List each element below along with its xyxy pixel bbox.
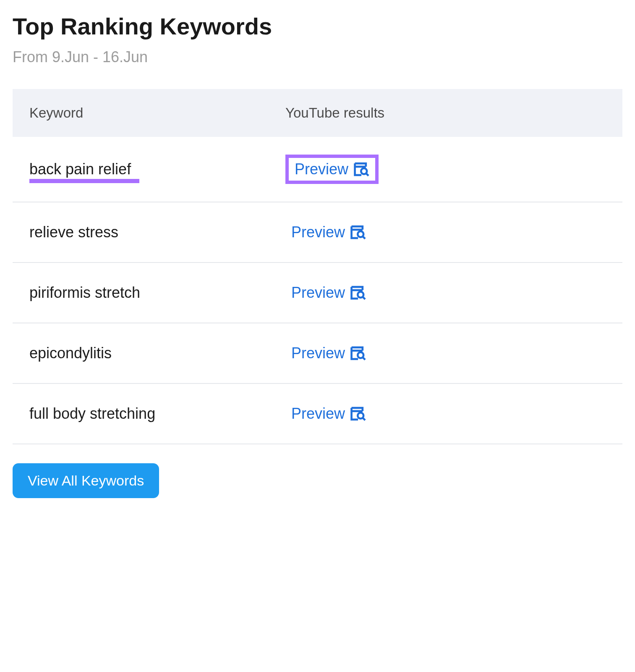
header-results: YouTube results (285, 105, 606, 121)
table-row: relieve stressPreview (13, 202, 622, 263)
svg-point-2 (358, 231, 363, 237)
preview-label: Preview (291, 405, 345, 423)
preview-link[interactable]: Preview (285, 341, 372, 365)
keyword-cell: piriformis stretch (29, 284, 285, 302)
preview-search-icon (350, 286, 366, 300)
preview-label: Preview (291, 284, 345, 302)
preview-link[interactable]: Preview (285, 402, 372, 426)
table-row: full body stretchingPreview (13, 384, 622, 444)
svg-point-0 (361, 168, 367, 174)
preview-link[interactable]: Preview (285, 220, 372, 244)
page-title: Top Ranking Keywords (13, 13, 622, 40)
keyword-cell: relieve stress (29, 223, 285, 241)
table-row: piriformis stretchPreview (13, 263, 622, 323)
preview-link[interactable]: Preview (285, 281, 372, 305)
svg-point-4 (358, 292, 363, 298)
preview-link[interactable]: Preview (285, 155, 379, 184)
preview-cell: Preview (285, 155, 606, 184)
table-row: epicondylitisPreview (13, 323, 622, 384)
preview-cell: Preview (285, 341, 606, 365)
preview-search-icon (350, 225, 366, 239)
preview-label: Preview (291, 223, 345, 241)
preview-cell: Preview (285, 402, 606, 426)
svg-point-8 (358, 413, 363, 419)
preview-search-icon (350, 346, 366, 360)
keywords-table: Keyword YouTube results back pain relief… (13, 89, 622, 444)
preview-label: Preview (291, 344, 345, 362)
table-row: back pain reliefPreview (13, 137, 622, 202)
preview-cell: Preview (285, 281, 606, 305)
svg-line-1 (366, 173, 368, 176)
svg-point-6 (358, 352, 363, 358)
preview-search-icon (350, 407, 366, 421)
table-header: Keyword YouTube results (13, 89, 622, 137)
header-keyword: Keyword (29, 105, 285, 121)
svg-line-3 (363, 236, 365, 239)
preview-cell: Preview (285, 220, 606, 244)
svg-line-7 (363, 357, 365, 360)
view-all-keywords-button[interactable]: View All Keywords (13, 463, 159, 498)
preview-label: Preview (295, 160, 348, 178)
keyword-cell: full body stretching (29, 405, 285, 423)
svg-line-9 (363, 418, 365, 420)
svg-line-5 (363, 297, 365, 299)
keyword-cell: epicondylitis (29, 344, 285, 362)
date-range: From 9.Jun - 16.Jun (13, 48, 622, 66)
preview-search-icon (353, 162, 369, 176)
keyword-cell: back pain relief (29, 160, 285, 178)
keyword-highlight-underline (29, 179, 139, 183)
